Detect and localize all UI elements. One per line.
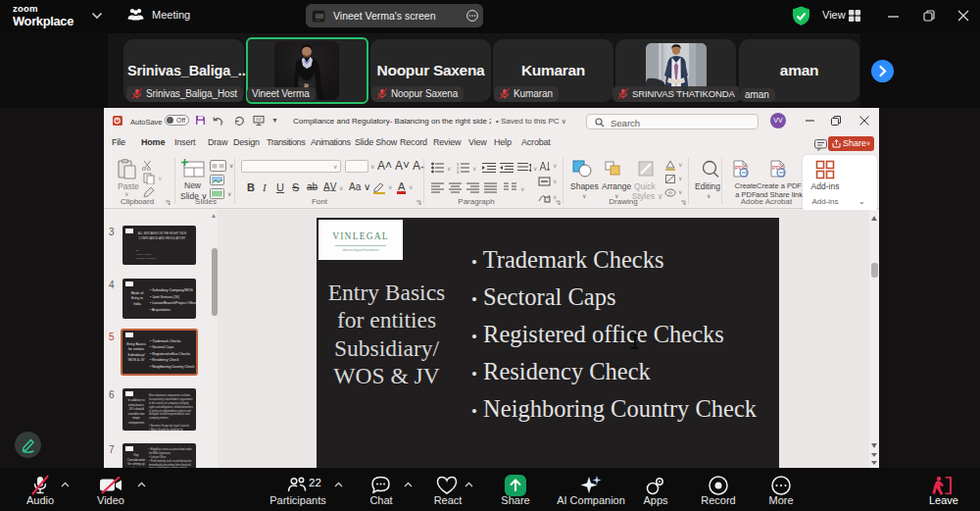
svg-text:3: 3 [457,170,460,175]
